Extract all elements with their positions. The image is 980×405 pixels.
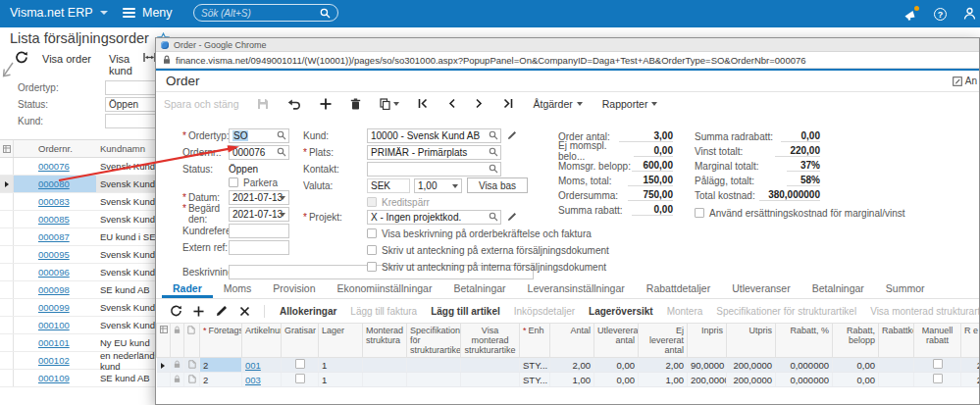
col-header-enh[interactable]: *Enh [520, 324, 550, 358]
cell-antal[interactable]: 1,00 [550, 373, 594, 387]
col-header-spec[interactable]: Specifikation för strukturartike [407, 324, 461, 358]
edit-kund-button[interactable] [507, 130, 517, 140]
order-link[interactable]: 000076 [38, 161, 70, 172]
gratisar-checkbox[interactable] [295, 359, 305, 369]
order-link[interactable]: 000085 [38, 214, 70, 225]
cell-monterad[interactable] [363, 358, 407, 373]
popup-url-bar[interactable]: finance.visma.net/0949001011/(W(10001))/… [156, 52, 979, 69]
cell-rabattkod[interactable] [879, 373, 914, 387]
col-header-utpris[interactable]: Utpris [727, 324, 776, 358]
notes-button[interactable]: An [953, 76, 977, 86]
col-header-rabatt-belopp[interactable]: Rabatt, belopp [833, 324, 879, 358]
order-link[interactable]: 000109 [38, 373, 70, 383]
allokeringar-button[interactable]: Allokeringar [280, 306, 336, 317]
add-button[interactable] [320, 98, 332, 110]
manuell-rabatt-checkbox[interactable] [933, 359, 943, 369]
edit-projekt-button[interactable] [507, 212, 517, 222]
cell-enh[interactable]: STY... [520, 358, 550, 373]
visa-bas-button[interactable]: Visa bas [467, 177, 528, 193]
grid-row-selected[interactable]: 2 001 1 STY... 2,00 0,00 2,00 90,0000 20… [157, 358, 980, 373]
announcements-button[interactable] [903, 8, 917, 21]
tab-summor[interactable]: Summor [875, 278, 936, 298]
cell-gratisar[interactable] [282, 373, 319, 387]
menu-button[interactable]: Meny [123, 6, 173, 20]
col-header-gratisar[interactable]: Gratisar [282, 324, 319, 358]
calendar-dropdown-icon[interactable] [280, 196, 285, 200]
save-button[interactable] [257, 98, 269, 110]
tab-rader[interactable]: Rader [162, 278, 213, 298]
grid-settings-icon[interactable] [0, 140, 14, 157]
grid-add-row-button[interactable] [193, 306, 204, 317]
col-header-manuell-rabatt[interactable]: Manuell rabatt [914, 324, 961, 358]
order-link[interactable]: 000083 [38, 196, 70, 207]
order-link[interactable]: 000098 [38, 284, 70, 295]
col-header-rabatt-pct[interactable]: Rabatt, % [776, 324, 833, 358]
manuell-rabatt-checkbox[interactable] [933, 374, 943, 383]
cell-lager[interactable]: 1 [319, 358, 363, 373]
popup-titlebar[interactable]: Order - Google Chrome [156, 38, 979, 52]
grid-settings-icon[interactable] [157, 324, 171, 358]
grid-delete-row-button[interactable] [239, 306, 250, 317]
first-record-button[interactable] [418, 98, 429, 109]
cell-utleverera[interactable]: 0,00 [594, 373, 639, 387]
cell-utpris[interactable]: 200,0000 [727, 373, 776, 387]
cell-inpris[interactable]: 200,0000 [688, 373, 727, 387]
save-close-button[interactable]: Spara och stäng [164, 98, 238, 110]
user-icon[interactable] [963, 7, 976, 21]
cell-artikelnr[interactable]: 001 [242, 358, 282, 373]
cell-monterad[interactable] [363, 373, 407, 387]
cell-artikelnr[interactable]: 003 [242, 373, 282, 387]
cell-lager[interactable]: 1 [319, 373, 363, 387]
cell-manuell-rabatt[interactable] [914, 358, 961, 373]
cell-visa-monterad[interactable] [461, 373, 520, 387]
order-link[interactable]: 000095 [38, 249, 70, 260]
brand-menu[interactable]: Visma.net ERP [10, 6, 108, 20]
reports-menu-button[interactable]: Rapporter [602, 98, 658, 110]
col-header-antal[interactable]: Antal [550, 324, 594, 358]
col-header-foretags[interactable]: *Företags [200, 324, 242, 358]
datum-input[interactable]: 2021-07-13 [229, 190, 289, 205]
lookup-icon[interactable] [277, 147, 286, 159]
order-link[interactable]: 000096 [38, 267, 70, 278]
order-link[interactable]: 000100 [38, 320, 70, 330]
cell-utpris[interactable]: 200,0000 [727, 358, 776, 373]
kundreferens-input[interactable] [229, 224, 289, 238]
order-link[interactable]: 000099 [38, 302, 70, 313]
artikel-link[interactable]: 003 [245, 375, 261, 385]
col-header-inpris[interactable]: Inpris [688, 324, 727, 358]
order-link[interactable]: 000080 [38, 178, 70, 189]
cell-truncated[interactable]: 2 [961, 373, 980, 387]
tab-provision[interactable]: Provision [262, 278, 326, 298]
tab-leveransinstallningar[interactable]: Leveransinställningar [517, 278, 636, 298]
begard-den-input[interactable]: 2021-07-13 [229, 207, 289, 222]
lookup-icon[interactable] [489, 147, 498, 159]
tab-utleveranser[interactable]: Utleveranser [721, 278, 801, 298]
cell-rabatt-pct[interactable]: 0,000000 [776, 373, 833, 387]
copy-paste-button[interactable] [380, 98, 399, 110]
tab-betalningar-1[interactable]: Betalningar [442, 278, 516, 298]
col-header-ordernr[interactable]: Ordernr. [14, 143, 96, 154]
parkera-checkbox[interactable] [229, 177, 238, 187]
cell-utleverera[interactable]: 0,00 [594, 358, 639, 373]
previous-record-button[interactable] [447, 98, 456, 109]
visa-beskrivning-checkbox[interactable] [367, 228, 377, 238]
cell-ej-levererat[interactable]: 1,00 [639, 373, 688, 387]
col-header-monterad[interactable]: Monterad struktura [363, 324, 407, 358]
last-record-button[interactable] [502, 98, 513, 109]
visa-order-button[interactable]: Visa order [42, 53, 91, 65]
cell-truncated[interactable]: 2 [961, 358, 980, 373]
order-link[interactable]: 000102 [38, 355, 70, 366]
grid-edit-row-button[interactable] [216, 305, 228, 317]
currency-rate-select[interactable]: 1,00 [414, 178, 462, 193]
lookup-icon[interactable] [277, 130, 286, 142]
cell-rabattkod[interactable] [879, 358, 914, 373]
col-header-lager[interactable]: Lager [319, 324, 363, 358]
row-note-icon[interactable] [184, 373, 200, 387]
tab-moms[interactable]: Moms [213, 278, 263, 298]
cell-manuell-rabatt[interactable] [914, 373, 961, 387]
calendar-dropdown-icon[interactable] [280, 213, 285, 217]
refresh-button[interactable] [15, 51, 27, 66]
order-link[interactable]: 000087 [38, 231, 70, 242]
cell-foretags[interactable]: 2 [200, 358, 242, 373]
grid-refresh-button[interactable] [170, 305, 181, 317]
